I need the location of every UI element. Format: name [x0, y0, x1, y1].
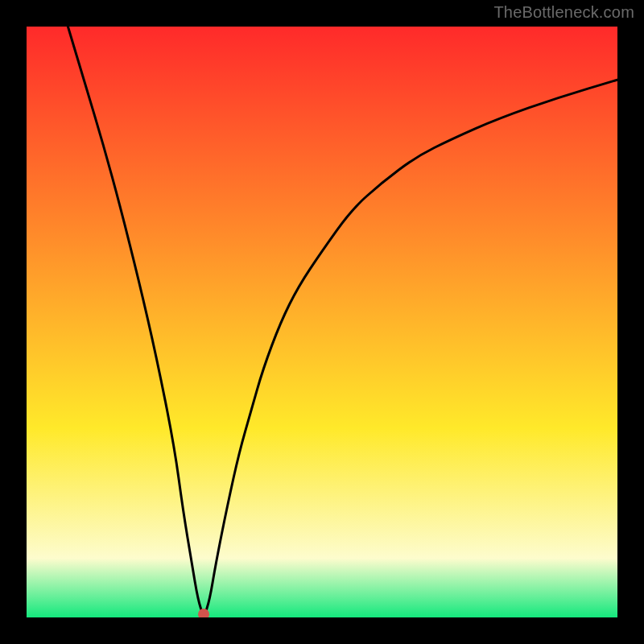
watermark-text: TheBottleneck.com — [493, 3, 634, 22]
bottleneck-curve — [27, 27, 617, 617]
chart-frame: TheBottleneck.com — [0, 0, 644, 644]
marker-dot — [198, 609, 209, 617]
plot-area — [27, 27, 617, 617]
